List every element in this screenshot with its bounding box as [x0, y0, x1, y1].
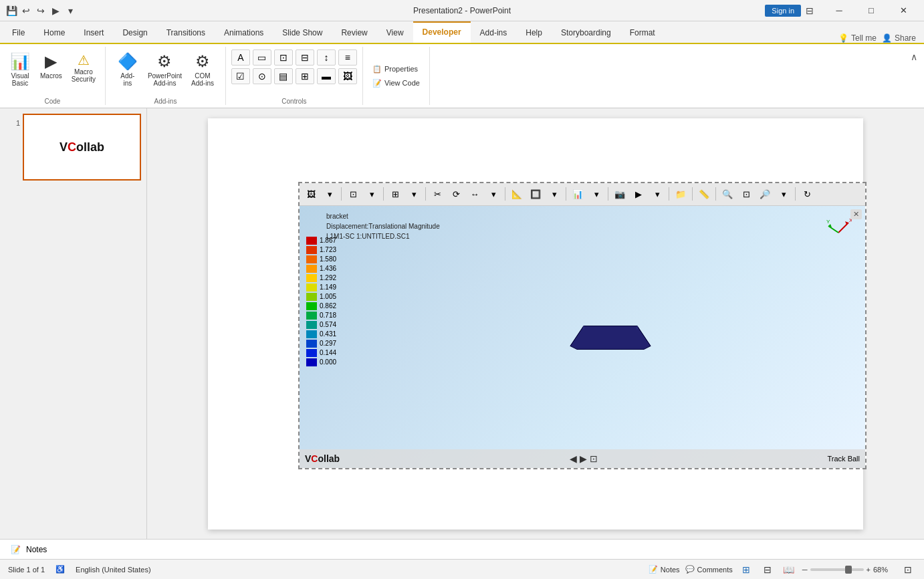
macros-button[interactable]: ▶ Macros	[36, 49, 66, 82]
tab-view[interactable]: View	[377, 21, 413, 43]
properties-button[interactable]: 📋 Properties	[368, 64, 424, 75]
vc-zoom-in-icon[interactable]: 🔍	[719, 185, 736, 203]
add-ins-icon: 🔷	[118, 52, 138, 71]
vc-cae-icon[interactable]: 📊	[569, 185, 586, 203]
vc-measure-icon[interactable]: 📏	[695, 185, 713, 203]
add-ins-button[interactable]: 🔷 Add-ins	[113, 49, 142, 90]
controls-top-row: A ▭ ⊡ ⊟ ↕ ≡	[231, 49, 357, 66]
vc-cut-icon[interactable]: ✂	[429, 185, 446, 203]
tab-storyboarding[interactable]: Storyboarding	[552, 21, 620, 43]
slide-thumb-logo: VCollab	[60, 140, 104, 154]
legend-item-2: 1.580	[306, 255, 336, 264]
vc-rotate-icon[interactable]: ⟳	[447, 185, 465, 203]
vc-dropdown-icon[interactable]: ▾	[321, 185, 338, 203]
restore-ribbon-icon[interactable]: ⊟	[804, 5, 816, 17]
vc-display-dropdown[interactable]: ▾	[546, 185, 563, 203]
sign-in-button[interactable]: Sign in	[765, 5, 801, 17]
undo-icon[interactable]: ↩	[20, 5, 32, 17]
slide-item[interactable]: 1 VCollab	[16, 114, 141, 181]
radio-btn-icon[interactable]: ⊙	[253, 68, 271, 84]
tab-slideshow[interactable]: Slide Show	[273, 21, 332, 43]
tab-design[interactable]: Design	[113, 21, 156, 43]
visual-basic-label: VisualBasic	[11, 72, 29, 87]
tab-animations[interactable]: Animations	[215, 21, 273, 43]
swatch-5	[306, 283, 317, 292]
frame-icon[interactable]: ⊡	[274, 49, 293, 66]
vc-zoom-dropdown[interactable]: ▾	[775, 185, 792, 203]
share-button[interactable]: 👤 Share	[882, 33, 916, 43]
redo-icon[interactable]: ↪	[35, 5, 47, 17]
spin-icon[interactable]: ↕	[317, 49, 336, 66]
close-button[interactable]: ✕	[888, 0, 919, 21]
vc-refresh-icon[interactable]: ↻	[798, 185, 816, 203]
notes-status-button[interactable]: 📝 Notes	[649, 565, 680, 574]
vc-zoom-fit-icon[interactable]: ⊡	[737, 185, 755, 203]
vc-fit-dropdown[interactable]: ▾	[363, 185, 380, 203]
view-code-button[interactable]: 📝 View Code	[368, 78, 424, 89]
zoom-in-icon[interactable]: +	[867, 566, 871, 574]
visual-basic-button[interactable]: 📊 VisualBasic	[5, 49, 35, 90]
vc-prev-button[interactable]: ◀	[570, 453, 577, 464]
more-controls-icon[interactable]: ≡	[338, 49, 357, 66]
collapse-ribbon-button[interactable]: ∧	[904, 47, 924, 67]
vc-fullscreen-button[interactable]: ⊡	[590, 453, 598, 464]
vc-grid-dropdown[interactable]: ▾	[405, 185, 423, 203]
vc-section-icon[interactable]: 📐	[508, 185, 526, 203]
tell-me-area[interactable]: 💡 Tell me	[838, 33, 877, 43]
minimize-button[interactable]: ─	[824, 0, 854, 21]
image-icon[interactable]: 🖼	[338, 68, 357, 84]
vc-capture-icon[interactable]: 📷	[611, 185, 628, 203]
vc-move-icon[interactable]: ↔	[466, 185, 483, 203]
vc-sep2	[383, 187, 384, 201]
combobox-icon[interactable]: ⊞	[296, 68, 314, 84]
fit-slide-button[interactable]: ⊡	[900, 562, 916, 578]
powerpoint-add-ins-button[interactable]: ⚙ PowerPointAdd-ins	[144, 49, 186, 90]
vc-play-icon[interactable]: ▶	[630, 185, 647, 203]
tab-transitions[interactable]: Transitions	[157, 21, 215, 43]
zoom-out-icon[interactable]: ─	[802, 566, 808, 574]
vc-close-button[interactable]: ✕	[850, 209, 862, 219]
com-add-ins-button[interactable]: ⚙ COMAdd-ins	[187, 49, 218, 90]
legend-item-9: 0.574	[306, 320, 336, 330]
swatch-6	[306, 293, 317, 301]
present-icon[interactable]: ▶	[49, 5, 62, 17]
comments-status-button[interactable]: 💬 Comments	[685, 565, 733, 574]
slide-thumbnail[interactable]: VCollab	[23, 114, 141, 181]
tab-home[interactable]: Home	[34, 21, 74, 43]
vc-sep9	[715, 187, 716, 201]
text-box-icon[interactable]: A	[231, 49, 250, 66]
tab-format[interactable]: Format	[620, 21, 665, 43]
vc-play-dropdown[interactable]: ▾	[649, 185, 666, 203]
tab-review[interactable]: Review	[332, 21, 376, 43]
vc-grid-icon[interactable]: ⊞	[386, 185, 404, 203]
cmd-btn-icon[interactable]: ▬	[317, 68, 336, 84]
vc-display-icon[interactable]: 🔲	[527, 185, 544, 203]
vc-fit-icon[interactable]: ⊡	[344, 185, 362, 203]
reading-view-button[interactable]: 📖	[781, 562, 797, 578]
normal-view-button[interactable]: ⊞	[738, 562, 754, 578]
tab-developer[interactable]: Developer	[413, 21, 471, 43]
tab-addins[interactable]: Add-ins	[471, 21, 517, 43]
vc-cae-dropdown[interactable]: ▾	[588, 185, 605, 203]
save-icon[interactable]: 💾	[5, 5, 17, 17]
vc-file-icon[interactable]: 📁	[672, 185, 689, 203]
tab-help[interactable]: Help	[516, 21, 552, 43]
listbox-icon[interactable]: ▤	[274, 68, 293, 84]
vc-zoom-out-icon[interactable]: 🔎	[756, 185, 774, 203]
tab-insert[interactable]: Insert	[74, 21, 113, 43]
vc-image-icon[interactable]: 🖼	[302, 185, 320, 203]
checkbox-icon[interactable]: ☑	[231, 68, 250, 84]
zoom-slider[interactable]	[810, 568, 864, 571]
vc-cut-dropdown[interactable]: ▾	[485, 185, 502, 203]
slide-sorter-button[interactable]: ⊟	[760, 562, 776, 578]
notes-label[interactable]: Notes	[26, 545, 47, 554]
scrollbar-icon[interactable]: ⊟	[296, 49, 314, 66]
text-field-icon[interactable]: ▭	[253, 49, 271, 66]
zoom-level[interactable]: 68%	[873, 566, 895, 574]
vc-next-button[interactable]: ▶	[580, 453, 587, 464]
tab-file[interactable]: File	[3, 21, 34, 43]
macro-security-button[interactable]: ⚠ MacroSecurity	[68, 49, 100, 86]
dropdown-icon[interactable]: ▾	[64, 5, 76, 17]
vcollab-embed[interactable]: 🖼 ▾ ⊡ ▾ ⊞ ▾ ✂ ⟳ ↔ ▾ 📐 🔲 ▾	[298, 182, 867, 469]
maximize-button[interactable]: □	[856, 0, 887, 21]
